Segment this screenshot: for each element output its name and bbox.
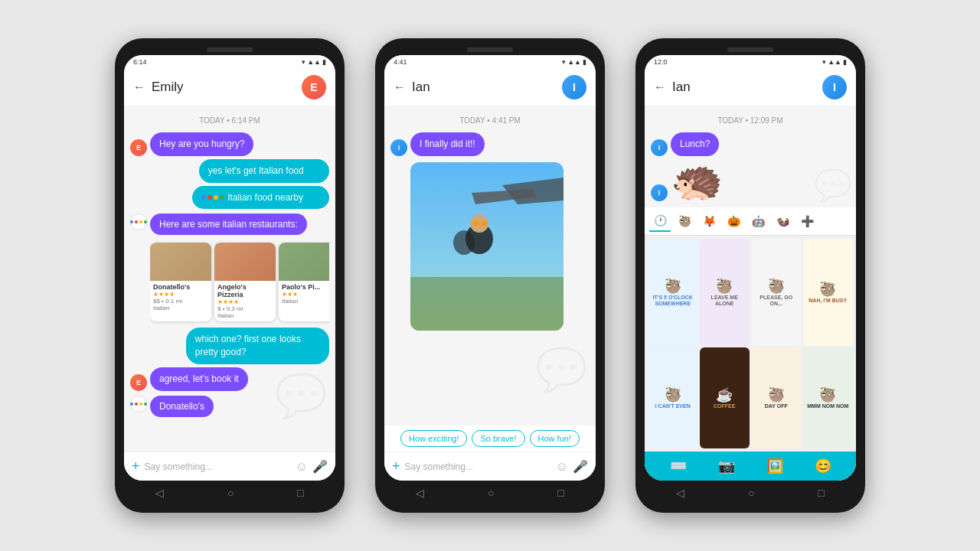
donatello-action[interactable]: Donatello's (150, 396, 214, 417)
avatar-emily[interactable]: E (302, 75, 326, 99)
bubble-1: Hey are you hungry? (150, 132, 253, 156)
emoji-panel-icon[interactable]: 😊 (815, 458, 831, 474)
phone2-wrapper: 4:41 ▾ ▲▲ ▮ ← Ian I 💬 TODAY • 4:41 PM I (375, 38, 605, 513)
sticker-tab-fox[interactable]: 🦊 (698, 210, 720, 232)
bubble-ian-1: I finally did it!! (410, 132, 485, 156)
quick-replies-2: How exciting! So brave! How fun! (384, 425, 596, 452)
assistant-icon-1 (130, 214, 147, 230)
nav-home-2[interactable]: ○ (480, 485, 501, 500)
assistant-msg-1: Here are some italian restaurants: (130, 214, 329, 235)
sticker-please-go[interactable]: 🦥 PLEASE, GO ON... (751, 239, 802, 346)
restaurant-card-1[interactable]: Donatello's ★★★★ $$ • 0.1 mi Italian (150, 243, 211, 321)
app-header-3: ← Ian I (645, 69, 856, 106)
rest-stars-2: ★★★★ (217, 298, 273, 305)
bottom-nav-2: ◁ ○ □ (384, 481, 596, 504)
back-button-3[interactable]: ← (654, 80, 666, 94)
restaurant-card-2[interactable]: Angelo's Pizzeria ★★★★ $ • 0.3 mi Italia… (214, 243, 276, 321)
message-input-1[interactable]: Say something... (145, 461, 291, 472)
emoji-button-1[interactable]: ☺ (296, 460, 308, 474)
back-button-2[interactable]: ← (394, 80, 406, 94)
bottom-nav-3: ◁ ○ □ (645, 481, 856, 504)
phone2-screen: 4:41 ▾ ▲▲ ▮ ← Ian I 💬 TODAY • 4:41 PM I (384, 55, 596, 481)
sticker-cant-even[interactable]: 🦥 I CAN'T EVEN (648, 347, 698, 448)
nav-back-3[interactable]: ◁ (668, 485, 692, 500)
sticker-hedgehog: 🦔 (671, 159, 724, 201)
contact-name-3: Ian (672, 80, 816, 95)
nav-home-1[interactable]: ○ (220, 485, 241, 500)
phone1-speaker (207, 47, 253, 52)
sticker-grid: 🦥 IT'S 5 O'CLOCK SOMEWHERE 🦥 LEAVE ME AL… (645, 236, 856, 452)
svg-rect-4 (473, 221, 479, 226)
back-button-1[interactable]: ← (133, 80, 145, 94)
phone2: 4:41 ▾ ▲▲ ▮ ← Ian I 💬 TODAY • 4:41 PM I (375, 38, 605, 513)
phone3-speaker (727, 47, 773, 52)
quick-reply-exciting[interactable]: How exciting! (400, 430, 467, 447)
rest-img-3 (279, 243, 329, 281)
chat-area-1: 💬 TODAY • 6:14 PM E Hey are you hungry? … (124, 106, 335, 452)
rest-info-3: Paolo's Pi... ★★★ Italian (279, 281, 329, 307)
add-button-1[interactable]: + (132, 458, 140, 474)
msg-row-1: E Hey are you hungry? (130, 132, 329, 156)
sticker-tab-robot[interactable]: 🤖 (747, 210, 769, 232)
status-bar-1: 6:14 ▾ ▲▲ ▮ (124, 55, 335, 69)
emoji-button-2[interactable]: ☺ (556, 460, 568, 474)
sticker-tab-pumpkin[interactable]: 🎃 (723, 210, 744, 232)
wifi-icon-2: ▾ (562, 58, 566, 66)
mic-button-2[interactable]: 🎤 (573, 459, 588, 474)
rest-stars-1: ★★★★ (153, 291, 208, 298)
image-icon[interactable]: 🖼️ (766, 458, 783, 474)
signal-icon-3: ▲▲ (828, 58, 841, 66)
battery-icon-1: ▮ (322, 58, 326, 66)
status-icons-2: ▾ ▲▲ ▮ (562, 58, 586, 66)
assistant-bubble-1: Here are some italian restaurants: (150, 214, 307, 235)
sticker-day-off[interactable]: 🦥 DAY OFF (751, 347, 802, 448)
nav-back-2[interactable]: ◁ (408, 485, 432, 500)
bottom-nav-1: ◁ ○ □ (124, 481, 335, 504)
status-icons-1: ▾ ▲▲ ▮ (302, 58, 326, 66)
nav-recent-1[interactable]: □ (289, 485, 311, 500)
status-time-3: 12:0 (654, 58, 668, 66)
msg-avatar-5: E (130, 374, 147, 391)
rest-img-1 (150, 243, 211, 281)
nav-recent-3[interactable]: □ (810, 485, 831, 500)
avatar-ian-2[interactable]: I (562, 75, 586, 99)
sticker-tabs: 🕐 🦥 🦊 🎃 🤖 🦦 ➕ (645, 207, 856, 236)
nav-back-1[interactable]: ◁ (148, 485, 172, 500)
msg-row-5: E agreed, let's book it (130, 367, 329, 391)
mic-button-1[interactable]: 🎤 (312, 459, 328, 474)
sticker-tab-otter[interactable]: 🦦 (772, 210, 793, 232)
bubble-4: which one? first one looks pretty good? … (186, 328, 329, 364)
sticker-tab-sloth[interactable]: 🦥 (674, 210, 695, 232)
msg-row-skydive (410, 159, 590, 334)
check-2: ✓✓ (308, 193, 320, 203)
bubble-5: agreed, let's book it (150, 367, 248, 391)
phone1-wrapper: 6:14 ▾ ▲▲ ▮ ← Emily E 💬 TODAY • 6:14 PM (115, 38, 345, 513)
sticker-nah-busy[interactable]: 🦥 NAH, I'M BUSY (803, 239, 854, 346)
sticker-panel: 🕐 🦥 🦊 🎃 🤖 🦦 ➕ 🦥 IT'S 5 O'CLOCK SOMEWHERE (645, 207, 856, 481)
keyboard-icon[interactable]: ⌨️ (670, 458, 687, 474)
skydive-image (410, 162, 564, 331)
sticker-tab-add[interactable]: ➕ (796, 210, 818, 232)
quick-reply-fun[interactable]: How fun! (530, 430, 580, 447)
quick-reply-brave[interactable]: So brave! (472, 430, 524, 447)
add-button-2[interactable]: + (392, 458, 400, 474)
nav-home-3[interactable]: ○ (740, 485, 762, 500)
sticker-nom-nom[interactable]: 🦥 MMM NOM NOM (803, 347, 854, 448)
rest-img-2 (214, 243, 276, 281)
chat-area-3: 💬 TODAY • 12:09 PM I Lunch? I 🦔 (645, 106, 856, 207)
sticker-5oclock[interactable]: 🦥 IT'S 5 O'CLOCK SOMEWHERE (648, 239, 698, 346)
restaurant-card-3[interactable]: Paolo's Pi... ★★★ Italian (279, 243, 329, 321)
sticker-tab-recent[interactable]: 🕐 (649, 210, 671, 232)
sticker-leave-me[interactable]: 🦥 LEAVE ME ALONE (700, 239, 750, 346)
battery-icon-3: ▮ (843, 58, 847, 66)
status-bar-2: 4:41 ▾ ▲▲ ▮ (384, 55, 596, 69)
rest-details-1: $$ • 0.1 mi (153, 298, 208, 305)
message-input-2[interactable]: Say something... (405, 461, 551, 472)
avatar-ian-3[interactable]: I (822, 75, 847, 99)
nav-recent-2[interactable]: □ (550, 485, 571, 500)
google-dots-1 (130, 220, 147, 223)
msg-avatar-ian-1: I (390, 139, 407, 156)
camera-icon[interactable]: 📷 (718, 458, 735, 474)
sticker-coffee[interactable]: ☕ COFFEE (700, 347, 750, 448)
assistant-msg-2: Donatello's (130, 396, 329, 417)
